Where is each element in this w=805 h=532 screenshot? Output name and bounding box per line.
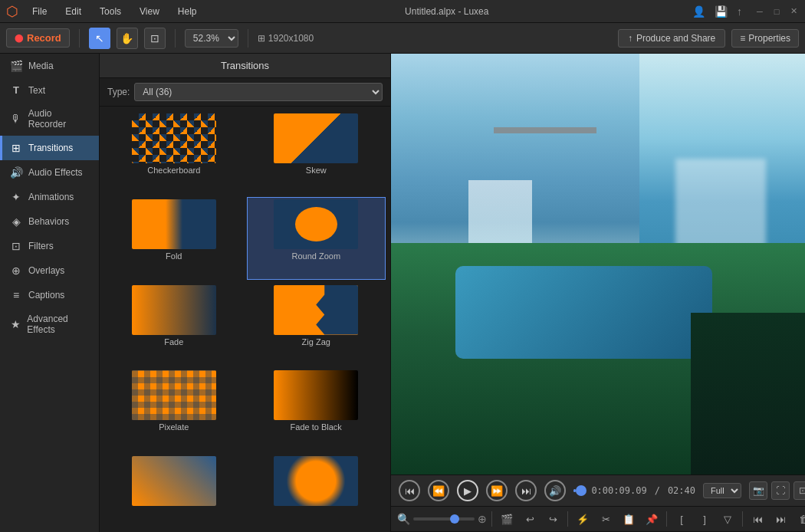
properties-button[interactable]: ≡ Properties <box>731 29 799 48</box>
window-controls: 👤 💾 ↑ ─ □ ✕ <box>692 5 799 18</box>
goto-start-button[interactable]: ⏮ <box>399 480 420 501</box>
behaviors-icon: ◈ <box>10 215 22 228</box>
menu-tools[interactable]: Tools <box>95 5 126 18</box>
maximize-button[interactable]: □ <box>771 6 782 17</box>
copy-button[interactable]: 📋 <box>619 510 639 528</box>
preview-bottom-visual <box>391 243 805 475</box>
sidebar-item-transitions[interactable]: ⊞ Transitions <box>0 136 99 160</box>
sidebar-item-overlays-label: Overlays <box>28 265 64 276</box>
mute-button[interactable]: 🔊 <box>544 480 566 501</box>
zoom-select[interactable]: 52.3% <box>185 29 238 48</box>
transition-fade-thumb <box>132 285 216 335</box>
goto-next-marker[interactable]: ⏭ <box>770 510 790 528</box>
delete-marker[interactable]: 🗑 <box>794 510 805 528</box>
filter-type-select[interactable]: All (36) <box>134 83 383 101</box>
toolbar-divider-1 <box>79 29 80 48</box>
resolution-display: ⊞ 1920x1080 <box>258 33 314 44</box>
bridge-visual <box>494 127 596 133</box>
transition-fade-label: Fade <box>164 337 183 346</box>
media-icon: 🎬 <box>10 60 22 72</box>
minimize-button[interactable]: ─ <box>754 6 765 17</box>
time-total: 02:40 <box>668 485 695 496</box>
sidebar-item-audio-recorder[interactable]: 🎙 Audio Recorder <box>0 102 99 136</box>
out-point-button[interactable]: ] <box>695 510 715 528</box>
play-button[interactable]: ▶ <box>457 480 478 501</box>
add-media-button[interactable]: 🎬 <box>497 510 517 528</box>
transition-extra2-thumb <box>274 456 358 506</box>
transition-fold-label: Fold <box>166 251 182 261</box>
fullscreen-button[interactable]: ⛶ <box>771 481 790 500</box>
sidebar-item-animations[interactable]: ✦ Animations <box>0 185 99 209</box>
preview-top-right-visual <box>639 54 805 264</box>
produce-label: Produce and Share <box>636 33 715 44</box>
transition-fade[interactable]: Fade <box>104 283 244 366</box>
select-tool-button[interactable]: ↖ <box>89 28 110 49</box>
goto-end-button[interactable]: ⏭ <box>515 480 537 501</box>
transition-extra1[interactable] <box>104 454 244 527</box>
sidebar-item-behaviors[interactable]: ◈ Behaviors <box>0 209 99 234</box>
step-back-button[interactable]: ⏪ <box>428 480 449 501</box>
transition-extra2[interactable] <box>247 454 386 527</box>
marker-button[interactable]: ▽ <box>718 510 738 528</box>
sidebar: 🎬 Media T Text 🎙 Audio Recorder ⊞ Transi… <box>0 54 100 532</box>
transition-skew[interactable]: Skew <box>247 111 386 194</box>
hand-tool-button[interactable]: ✋ <box>117 28 138 49</box>
time-current: 0:00:09.09 <box>591 485 646 496</box>
transition-checkerboard[interactable]: Checkerboard <box>104 111 244 194</box>
close-button[interactable]: ✕ <box>788 6 799 17</box>
share-icon: ↑ <box>737 5 742 18</box>
crop-tool-button[interactable]: ⊡ <box>144 28 166 49</box>
view-options-button[interactable]: ⊡ <box>794 481 805 500</box>
transition-zig-zag[interactable]: Zig Zag <box>247 283 386 366</box>
transport-progress-bar[interactable] <box>573 489 583 492</box>
sidebar-item-media[interactable]: 🎬 Media <box>0 54 99 78</box>
transition-pixelate-thumb <box>132 370 216 420</box>
menu-file[interactable]: File <box>28 5 51 18</box>
produce-button[interactable]: ↑ Produce and Share <box>618 29 725 48</box>
round-zoom-circle <box>295 207 337 241</box>
preview-bottom <box>391 243 805 475</box>
sidebar-item-captions[interactable]: ≡ Captions <box>0 283 99 307</box>
split-button[interactable]: ⚡ <box>573 510 593 528</box>
transition-skew-label: Skew <box>306 166 327 175</box>
goto-prev-marker[interactable]: ⏮ <box>748 510 767 528</box>
transition-fold[interactable]: Fold <box>104 197 244 280</box>
redo-button[interactable]: ↪ <box>543 510 563 528</box>
sidebar-item-audio-effects[interactable]: 🔊 Audio Effects <box>0 160 99 185</box>
transition-skew-thumb <box>274 113 358 163</box>
zoom-slider[interactable] <box>413 517 475 521</box>
undo-button[interactable]: ↩ <box>520 510 540 528</box>
menu-view[interactable]: View <box>135 5 164 18</box>
menu-help[interactable]: Help <box>173 5 202 18</box>
window-title: Untitled.alpx - Luxea <box>202 6 692 17</box>
zoom-out-icon[interactable]: 🔍 <box>397 513 410 525</box>
edit-divider-2 <box>567 511 568 527</box>
paste-button[interactable]: 📌 <box>642 510 662 528</box>
sidebar-item-overlays[interactable]: ⊕ Overlays <box>0 258 99 283</box>
sidebar-item-audio-effects-label: Audio Effects <box>28 167 83 178</box>
zigzag-visual <box>274 285 358 335</box>
in-point-button[interactable]: [ <box>672 510 692 528</box>
captions-icon: ≡ <box>10 289 22 301</box>
sidebar-item-filters[interactable]: ⊡ Filters <box>0 234 99 258</box>
extra2-visual <box>274 456 358 506</box>
record-button[interactable]: ⬤ Record <box>6 28 70 48</box>
menu-edit[interactable]: Edit <box>61 5 86 18</box>
transition-round-zoom[interactable]: Round Zoom <box>247 197 386 280</box>
sidebar-item-advanced-effects[interactable]: ★ Advanced Effects <box>0 307 99 341</box>
transition-zig-zag-thumb <box>274 285 358 335</box>
edit-divider-1 <box>491 511 492 527</box>
step-forward-button[interactable]: ⏩ <box>486 480 508 501</box>
toolbar-divider-2 <box>175 29 176 48</box>
sidebar-item-text[interactable]: T Text <box>0 78 99 102</box>
skew-visual <box>274 113 358 163</box>
quality-select[interactable]: Full <box>703 483 741 498</box>
transition-pixelate[interactable]: Pixelate <box>104 368 244 451</box>
zoom-in-icon[interactable]: ⊕ <box>478 513 487 525</box>
snapshot-button[interactable]: 📷 <box>749 481 767 500</box>
cut-button[interactable]: ✂ <box>596 510 616 528</box>
app-logo-icon: ⬡ <box>6 3 18 20</box>
transition-fade-to-black[interactable]: Fade to Black <box>247 368 386 451</box>
video-preview <box>391 54 805 475</box>
record-label: Record <box>27 32 61 44</box>
